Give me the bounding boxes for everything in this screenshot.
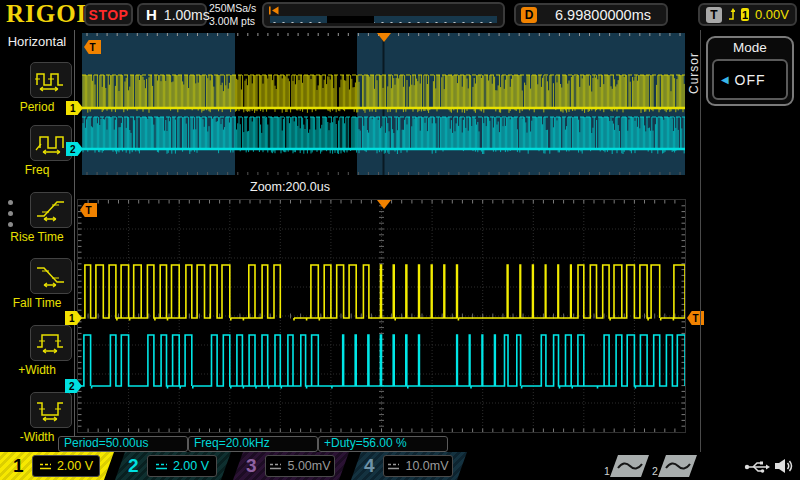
channel1-number: 1 (13, 455, 24, 477)
rising-edge-icon (728, 7, 735, 22)
channel1-status[interactable]: 1 2.00 V (0, 452, 114, 480)
trigger-source-badge: 1 (741, 8, 749, 21)
memory-waveform-strip (270, 16, 497, 23)
dc-coupling-icon (387, 462, 400, 471)
main-sweep-waveforms (82, 33, 685, 175)
menu-page-dots (8, 200, 13, 227)
measurement-duty: +Duty=56.00 % (318, 436, 448, 452)
memory-position-bar (262, 2, 505, 28)
delay-value: 6.99800000ms (545, 7, 661, 23)
trigger-position-triangle-zoom[interactable] (377, 200, 391, 209)
timebase-box: H 1.00ms (137, 3, 207, 26)
trigger-offscreen-left-icon (268, 6, 280, 15)
sine-wave-icon (610, 455, 649, 477)
fall-time-icon (34, 263, 68, 289)
oscilloscope-screen: RIGOL STOP H 1.00ms 250MSa/s 3.00M pts D… (0, 0, 800, 480)
sample-rate: 250MSa/s (209, 2, 256, 15)
cursor-menu-tab: Cursor (687, 52, 701, 94)
channel4-status[interactable]: 4 10.0mV (351, 452, 467, 480)
measurement-period: Period=50.00us (58, 436, 188, 452)
channel2-status[interactable]: 2 2.00 V (115, 452, 231, 480)
channel4-number: 4 (364, 455, 375, 477)
channel4-scale: 10.0mV (405, 459, 448, 473)
trigger-level-value: 0.00V (755, 7, 789, 22)
freq-icon (34, 130, 68, 156)
channel2-position-marker-main[interactable]: 2 (66, 142, 83, 156)
channel2-number: 2 (128, 455, 139, 477)
rise-time-label: Rise Time (0, 230, 74, 244)
freq-label: Freq (0, 163, 74, 177)
memory-waveform-icon (270, 19, 497, 23)
rise-time-button[interactable] (30, 192, 72, 228)
fall-time-label: Fall Time (0, 296, 74, 310)
minus-width-icon (34, 397, 68, 423)
period-icon (34, 67, 68, 93)
cursor-mode-panel: Mode ◀ OFF (706, 36, 794, 106)
delay-d-badge: D (521, 7, 537, 23)
plus-width-button[interactable] (30, 325, 72, 361)
channel3-number: 3 (246, 455, 257, 477)
dc-coupling-icon (155, 462, 168, 471)
trigger-box: T 1 0.00V (698, 3, 797, 26)
left-menu: Horizontal Period Freq Rise Time (0, 30, 75, 458)
channel1-scale: 2.00 V (57, 459, 93, 473)
zoom-sweep-waveforms (78, 200, 685, 432)
timebase-value: 1.00ms (164, 7, 210, 23)
channel3-scale: 5.00mV (287, 459, 330, 473)
beeper-icon (773, 457, 793, 475)
period-label: Period (0, 100, 74, 114)
menu-title: Horizontal (0, 34, 74, 49)
main-sweep-view (82, 33, 685, 175)
dc-coupling-icon (269, 462, 282, 471)
timebase-h-label: H (146, 6, 157, 23)
channel1-position-marker-main[interactable]: 1 (66, 101, 83, 115)
brand-logo: RIGOL (6, 0, 94, 28)
channel-status-bar: 1 2.00 V 2 2.00 V 3 (0, 452, 800, 480)
cursor-mode-button[interactable]: ◀ OFF (712, 59, 788, 100)
channel3-status[interactable]: 3 5.00mV (233, 452, 349, 480)
plus-width-label: +Width (0, 363, 74, 377)
zoom-sweep-view (78, 200, 685, 432)
memory-depth: 3.00M pts (209, 15, 256, 28)
run-state-label: STOP (89, 7, 129, 23)
minus-width-button[interactable] (30, 392, 72, 428)
mode-title: Mode (708, 40, 792, 55)
dc-coupling-icon (39, 462, 52, 471)
cursor-mode-value: OFF (735, 72, 766, 88)
plus-width-icon (34, 330, 68, 356)
trigger-t-badge: T (706, 7, 722, 23)
run-state-badge: STOP (84, 3, 133, 26)
trigger-position-triangle-main[interactable] (377, 33, 391, 42)
chevron-left-icon: ◀ (721, 74, 729, 85)
status-bar: RIGOL STOP H 1.00ms 250MSa/s 3.00M pts D… (0, 0, 800, 30)
fall-time-button[interactable] (30, 258, 72, 294)
usb-icon (744, 459, 770, 474)
freq-button[interactable] (30, 125, 72, 161)
delay-box: D 6.99800000ms (514, 3, 668, 26)
record-waveform-badge-1: 1 (603, 455, 649, 477)
measurement-freq: Freq=20.0kHz (188, 436, 318, 452)
channel2-scale: 2.00 V (173, 459, 209, 473)
sine-wave-icon (658, 455, 697, 477)
acquisition-info: 250MSa/s 3.00M pts (209, 2, 256, 28)
zoom-window-indicator (327, 16, 373, 23)
period-button[interactable] (30, 62, 72, 98)
record-waveform-badge-2: 2 (651, 455, 697, 477)
rise-time-icon (34, 197, 68, 223)
zoom-scale-label: Zoom:200.0us (250, 180, 330, 194)
